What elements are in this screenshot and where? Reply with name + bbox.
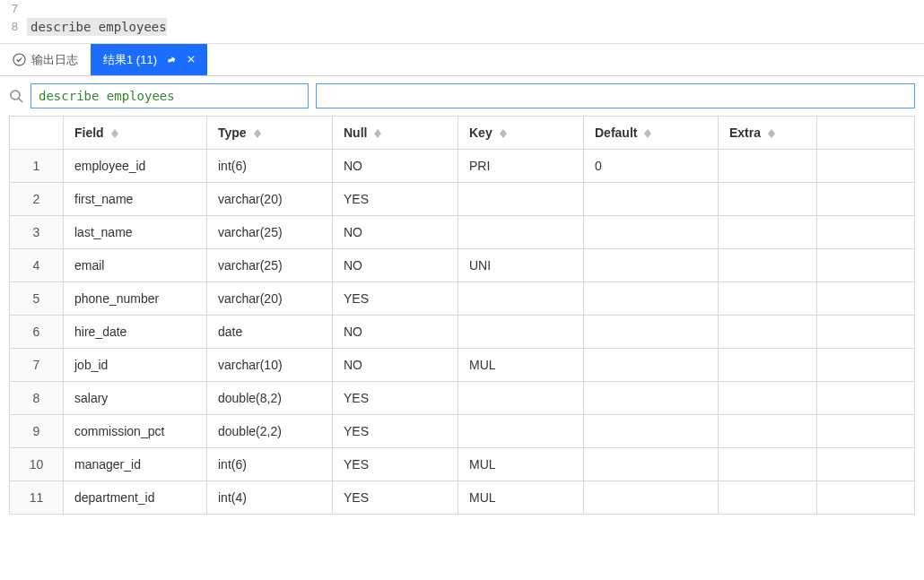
cell-type[interactable]: varchar(20) [207,282,333,316]
cell-blank[interactable] [817,415,915,448]
sort-icon[interactable] [254,129,261,138]
cell-null[interactable]: NO [333,249,458,282]
cell-null[interactable]: YES [333,415,458,448]
cell-extra[interactable] [719,183,817,216]
cell-blank[interactable] [817,249,915,282]
table-row[interactable]: 1employee_idint(6)NOPRI0 [10,150,915,183]
header-rownum[interactable] [10,117,64,150]
cell-rownum[interactable]: 2 [10,183,64,216]
table-row[interactable]: 9commission_pctdouble(2,2)YES [10,415,915,448]
editor-line[interactable]: 7 [0,0,924,18]
cell-null[interactable]: YES [333,448,458,481]
table-row[interactable]: 11department_idint(4)YESMUL [10,481,915,515]
cell-rownum[interactable]: 11 [10,481,64,515]
cell-default[interactable] [584,382,719,415]
cell-default[interactable] [584,282,719,316]
cell-field[interactable]: employee_id [64,150,207,183]
cell-default[interactable] [584,249,719,282]
header-null[interactable]: Null [333,117,458,150]
cell-extra[interactable] [719,282,817,316]
cell-extra[interactable] [719,415,817,448]
cell-extra[interactable] [719,382,817,415]
close-icon[interactable] [187,55,195,65]
cell-rownum[interactable]: 9 [10,415,64,448]
cell-type[interactable]: int(6) [207,150,333,183]
cell-extra[interactable] [719,150,817,183]
cell-key[interactable]: MUL [458,448,584,481]
cell-key[interactable]: PRI [458,150,584,183]
cell-default[interactable] [584,216,719,249]
cell-key[interactable]: MUL [458,481,584,515]
cell-null[interactable]: YES [333,183,458,216]
table-row[interactable]: 8salarydouble(8,2)YES [10,382,915,415]
table-row[interactable]: 7job_idvarchar(10)NOMUL [10,349,915,382]
cell-key[interactable] [458,216,584,249]
cell-extra[interactable] [719,448,817,481]
table-row[interactable]: 3last_namevarchar(25)NO [10,216,915,249]
cell-rownum[interactable]: 3 [10,216,64,249]
table-row[interactable]: 10manager_idint(6)YESMUL [10,448,915,481]
cell-field[interactable]: job_id [64,349,207,382]
cell-type[interactable]: double(2,2) [207,415,333,448]
header-default[interactable]: Default [584,117,719,150]
cell-extra[interactable] [719,216,817,249]
cell-key[interactable] [458,415,584,448]
cell-null[interactable]: NO [333,349,458,382]
cell-rownum[interactable]: 10 [10,448,64,481]
cell-rownum[interactable]: 1 [10,150,64,183]
cell-field[interactable]: email [64,249,207,282]
cell-key[interactable]: UNI [458,249,584,282]
cell-default[interactable] [584,349,719,382]
cell-rownum[interactable]: 7 [10,349,64,382]
editor-line[interactable]: 8 describe employees [0,18,924,36]
header-extra[interactable]: Extra [719,117,817,150]
tab-output-log[interactable]: 输出日志 [0,44,91,75]
code-editor[interactable]: 7 8 describe employees [0,0,924,44]
cell-blank[interactable] [817,349,915,382]
header-field[interactable]: Field [64,117,207,150]
cell-null[interactable]: NO [333,316,458,349]
cell-field[interactable]: salary [64,382,207,415]
cell-type[interactable]: varchar(25) [207,216,333,249]
table-row[interactable]: 6hire_datedateNO [10,316,915,349]
cell-field[interactable]: last_name [64,216,207,249]
cell-extra[interactable] [719,349,817,382]
cell-field[interactable]: first_name [64,183,207,216]
cell-field[interactable]: commission_pct [64,415,207,448]
cell-type[interactable]: int(6) [207,448,333,481]
cell-blank[interactable] [817,382,915,415]
cell-default[interactable] [584,183,719,216]
cell-rownum[interactable]: 8 [10,382,64,415]
cell-default[interactable] [584,415,719,448]
cell-null[interactable]: NO [333,216,458,249]
cell-field[interactable]: department_id [64,481,207,515]
table-row[interactable]: 4emailvarchar(25)NOUNI [10,249,915,282]
cell-rownum[interactable]: 4 [10,249,64,282]
cell-blank[interactable] [817,150,915,183]
cell-key[interactable] [458,316,584,349]
table-row[interactable]: 2first_namevarchar(20)YES [10,183,915,216]
cell-rownum[interactable]: 6 [10,316,64,349]
cell-null[interactable]: YES [333,382,458,415]
cell-default[interactable]: 0 [584,150,719,183]
cell-blank[interactable] [817,216,915,249]
cell-null[interactable]: NO [333,150,458,183]
cell-type[interactable]: varchar(10) [207,349,333,382]
header-type[interactable]: Type [207,117,333,150]
cell-key[interactable]: MUL [458,349,584,382]
cell-extra[interactable] [719,481,817,515]
sort-icon[interactable] [111,129,118,138]
cell-key[interactable] [458,183,584,216]
cell-default[interactable] [584,316,719,349]
tab-result-1[interactable]: 结果1 (11) [91,44,207,75]
cell-type[interactable]: varchar(25) [207,249,333,282]
cell-type[interactable]: date [207,316,333,349]
cell-blank[interactable] [817,183,915,216]
cell-type[interactable]: int(4) [207,481,333,515]
pin-icon[interactable] [166,55,177,65]
cell-blank[interactable] [817,282,915,316]
cell-key[interactable] [458,282,584,316]
cell-field[interactable]: hire_date [64,316,207,349]
cell-key[interactable] [458,382,584,415]
cell-field[interactable]: phone_number [64,282,207,316]
